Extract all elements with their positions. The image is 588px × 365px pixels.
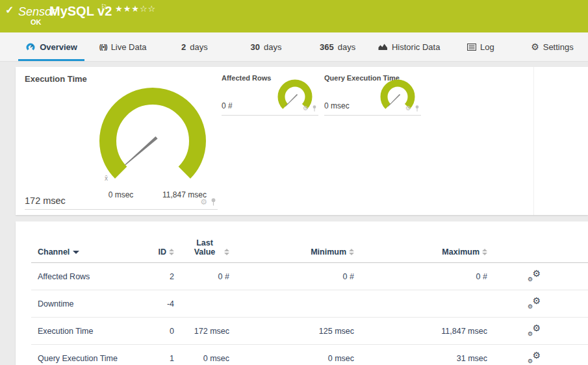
tab-365-days-label: days [338, 42, 355, 52]
channel-minimum: 125 msec [229, 318, 354, 345]
tab-live-data[interactable]: ((•)) Live Data [87, 32, 159, 61]
tab-30-days-num: 30 [250, 42, 259, 52]
tab-settings-label: Settings [543, 42, 574, 52]
channel-id: 0 [129, 318, 174, 345]
table-row-execution-time: Execution Time 0 172 msec 125 msec 11,84… [31, 318, 588, 345]
channel-last-value: 172 msec [174, 318, 229, 345]
tab-30-days-label: days [264, 42, 281, 52]
ok-check-icon: ✓ [5, 4, 14, 16]
channels-panel: Channel ID Last Value Minimum Maximum [16, 221, 588, 365]
status-badge: OK [31, 18, 42, 26]
channel-maximum: 11,847 msec [354, 318, 487, 345]
gauge-widget-execution-time[interactable]: Execution Time x̄ 0 msec 11,847 msec 172… [25, 73, 218, 210]
channel-name: Query Execution Time [31, 345, 129, 365]
sort-icon [349, 249, 354, 255]
channel-id: 2 [129, 263, 174, 290]
channel-settings-icon[interactable]: ⚙⚙ [528, 270, 541, 281]
tab-30-days[interactable]: 30 days [230, 32, 301, 61]
tab-historic-data[interactable]: Historic Data [374, 32, 445, 61]
sort-icon [482, 249, 487, 255]
channel-id: -4 [129, 290, 174, 318]
tab-log[interactable]: Log [445, 32, 517, 61]
live-data-icon: ((•)) [99, 44, 107, 51]
sort-icon [169, 249, 174, 255]
channel-settings-icon[interactable]: ⚙⚙ [528, 297, 541, 308]
gear-icon[interactable]: ⚙ [405, 105, 411, 112]
column-header-actions [487, 221, 588, 263]
channel-maximum: 31 msec [354, 345, 487, 365]
table-row-query-execution-time: Query Execution Time 1 0 msec 0 msec 31 … [31, 345, 588, 365]
gauge-current-value: 0 msec [324, 101, 350, 110]
priority-stars[interactable]: ★★★☆☆ [115, 4, 156, 14]
gauge-widget-query-execution-time[interactable]: Query Execution Time 0 msec ⚙ [324, 73, 421, 116]
gauge-min-label: 0 msec [95, 190, 147, 199]
execution-time-gauge: x̄ [97, 86, 208, 190]
average-marker: x̄ [105, 175, 108, 182]
channel-minimum: 0 # [229, 263, 354, 290]
pin-icon[interactable] [312, 105, 317, 112]
channel-last-value [174, 290, 229, 318]
pin-icon[interactable] [211, 198, 216, 206]
log-list-icon [467, 44, 476, 51]
tab-bar: Overview ((•)) Live Data 2 days 30 days … [0, 32, 588, 62]
tab-365-days[interactable]: 365 days [302, 32, 374, 61]
channel-name: Execution Time [31, 318, 129, 345]
panel-column-divider [533, 67, 534, 215]
channel-name: Downtime [31, 290, 129, 318]
gauge-title: Affected Rows [222, 74, 271, 82]
channel-last-value: 0 # [174, 263, 229, 290]
table-row-affected-rows: Affected Rows 2 0 # 0 # 0 # ⚙⚙ [31, 263, 588, 290]
tab-2-days-label: days [190, 42, 207, 52]
tab-log-label: Log [480, 42, 494, 52]
tab-settings[interactable]: ⚙ Settings [517, 32, 588, 61]
tab-historic-data-label: Historic Data [392, 42, 440, 52]
table-row-downtime: Downtime -4 ⚙⚙ [31, 290, 588, 318]
channel-last-value: 0 msec [174, 345, 229, 365]
tab-2-days[interactable]: 2 days [159, 32, 230, 61]
tab-2-days-num: 2 [181, 42, 186, 52]
column-header-last-value[interactable]: Last Value [174, 221, 229, 263]
channel-minimum [229, 290, 354, 318]
tab-365-days-num: 365 [320, 42, 334, 52]
settings-gear-icon: ⚙ [531, 42, 539, 51]
column-header-maximum[interactable]: Maximum [354, 221, 487, 263]
gauge-icon [25, 42, 36, 51]
channel-settings-icon[interactable]: ⚙⚙ [528, 324, 541, 336]
gear-icon[interactable]: ⚙ [200, 198, 207, 206]
channel-minimum: 0 msec [229, 345, 354, 365]
sort-icon [224, 249, 229, 255]
gauges-panel: Execution Time x̄ 0 msec 11,847 msec 172… [16, 67, 588, 215]
sensor-title-bar: ✓ Sensor MySQL v2 ⚐ ★★★☆☆ OK [0, 0, 588, 32]
gear-icon[interactable]: ⚙ [303, 105, 309, 112]
channel-id: 1 [129, 345, 174, 365]
channel-name: Affected Rows [31, 263, 129, 290]
column-header-id[interactable]: ID [129, 221, 174, 263]
gauge-title: Execution Time [25, 74, 87, 84]
tab-overview-label: Overview [40, 42, 77, 52]
pin-icon[interactable] [415, 105, 420, 112]
channel-settings-icon[interactable]: ⚙⚙ [528, 351, 541, 363]
gauge-current-value: 0 # [222, 101, 233, 110]
historic-chart-icon [378, 43, 388, 51]
channel-maximum: 0 # [354, 263, 487, 290]
column-header-minimum[interactable]: Minimum [229, 221, 354, 263]
sort-desc-icon [73, 251, 79, 254]
column-header-channel[interactable]: Channel [31, 221, 129, 263]
channels-table: Channel ID Last Value Minimum Maximum [31, 221, 588, 365]
gauge-current-value: 172 msec [25, 195, 66, 206]
tab-overview[interactable]: Overview [16, 32, 87, 61]
gauge-widget-affected-rows[interactable]: Affected Rows 0 # ⚙ [222, 73, 318, 116]
channel-maximum [354, 290, 487, 318]
tab-live-data-label: Live Data [111, 42, 147, 52]
flag-icon[interactable]: ⚐ [101, 3, 107, 11]
